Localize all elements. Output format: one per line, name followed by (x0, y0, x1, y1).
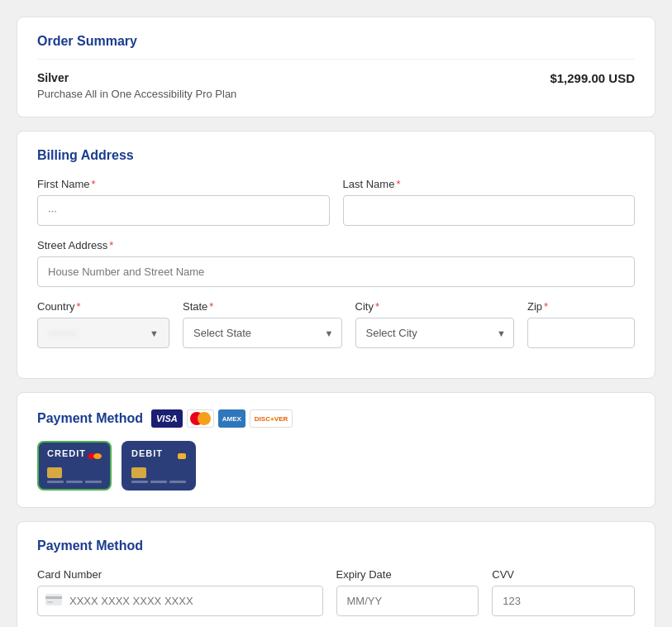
cvv-label: CVV (492, 568, 635, 581)
payment-type-section: Payment Method VISA AMEX DISC●VER (17, 392, 655, 508)
order-row: Silver Purchase All in One Accessibility… (37, 71, 635, 100)
expiry-label: Expiry Date (336, 568, 479, 581)
last-name-label: Last Name* (343, 178, 636, 190)
card-number-group: Card Number (37, 568, 323, 616)
required-star-5: * (209, 300, 213, 313)
first-name-label: First Name* (37, 178, 330, 190)
street-address-group: Street Address* (37, 239, 635, 287)
country-label: Country* (37, 300, 169, 313)
country-group: Country* ·········· ▼ (37, 300, 169, 348)
required-star: * (92, 178, 96, 190)
order-plan-name: Silver (37, 71, 236, 84)
payment-title: Payment Method (37, 411, 143, 426)
location-row: Country* ·········· ▼ State* Select Stat… (37, 300, 635, 348)
discover-icon: DISC●VER (250, 409, 293, 428)
country-select[interactable]: ·········· ▼ (37, 318, 169, 348)
billing-address-section: Billing Address First Name* Last Name* (17, 131, 655, 379)
last-name-input[interactable] (343, 195, 636, 226)
zip-label: Zip* (527, 300, 635, 313)
credit-card-design (47, 467, 102, 483)
svg-rect-2 (47, 601, 53, 603)
city-select[interactable]: Select City (355, 318, 515, 348)
name-row: First Name* Last Name* (37, 178, 635, 226)
country-value: ·········· (48, 327, 78, 339)
required-star-7: * (544, 300, 548, 313)
zip-group: Zip* (527, 300, 635, 348)
required-star-4: * (77, 300, 81, 313)
street-address-input[interactable] (37, 256, 635, 287)
payment-header: Payment Method VISA AMEX DISC●VER (37, 409, 635, 428)
visa-icon: VISA (151, 409, 183, 428)
svg-rect-0 (45, 594, 62, 605)
first-name-input[interactable] (37, 195, 330, 226)
street-label: Street Address* (37, 239, 635, 251)
last-name-group: Last Name* (343, 178, 636, 226)
mastercard-icon (187, 409, 214, 428)
debit-card-mini (178, 453, 186, 459)
card-form-section: Payment Method Card Number (17, 521, 655, 627)
card-fields-row: Card Number Expiry Date (37, 568, 635, 616)
city-select-wrapper: Select City ▼ (355, 318, 515, 348)
amex-icon: AMEX (218, 409, 245, 428)
chevron-down-icon: ▼ (150, 328, 159, 338)
expiry-input[interactable] (336, 586, 479, 616)
billing-title: Billing Address (37, 148, 635, 163)
credit-card-option[interactable]: CREDIT (37, 441, 112, 491)
credit-label: CREDIT (47, 448, 86, 458)
street-row: Street Address* (37, 239, 635, 287)
card-number-input-wrapper (37, 586, 323, 616)
order-plan-desc: Purchase All in One Accessibility Pro Pl… (37, 88, 236, 100)
card-icons: VISA AMEX DISC●VER (151, 409, 293, 428)
card-number-input[interactable] (37, 586, 323, 616)
first-name-group: First Name* (37, 178, 330, 226)
cvv-group: CVV (492, 568, 635, 616)
order-price: $1,299.00 USD (550, 71, 635, 85)
card-number-icon (45, 594, 62, 608)
debit-card-design (131, 467, 186, 483)
expiry-group: Expiry Date (336, 568, 479, 616)
required-star-6: * (375, 300, 379, 313)
debit-label: DEBIT (131, 448, 163, 458)
state-select[interactable]: Select State (183, 318, 342, 348)
city-label: City* (355, 300, 515, 313)
card-number-label: Card Number (37, 568, 323, 581)
debit-card-option[interactable]: DEBIT (122, 441, 196, 491)
zip-input[interactable] (527, 318, 635, 348)
svg-rect-1 (45, 596, 62, 599)
order-summary-section: Order Summary Silver Purchase All in One… (17, 17, 655, 117)
page-container: Order Summary Silver Purchase All in One… (17, 17, 655, 627)
required-star-2: * (396, 178, 400, 190)
mc-yellow-circle (198, 412, 211, 425)
required-star-3: * (109, 239, 113, 251)
state-select-wrapper: Select State ▼ (183, 318, 342, 348)
payment-options: CREDIT (37, 441, 635, 491)
order-plan-info: Silver Purchase All in One Accessibility… (37, 71, 236, 100)
cvv-input[interactable] (492, 586, 635, 616)
city-group: City* Select City ▼ (355, 300, 515, 348)
credit-card-mini (88, 453, 102, 459)
state-group: State* Select State ▼ (183, 300, 342, 348)
card-form-title: Payment Method (37, 538, 635, 553)
order-summary-title: Order Summary (37, 34, 635, 60)
state-label: State* (183, 300, 342, 313)
